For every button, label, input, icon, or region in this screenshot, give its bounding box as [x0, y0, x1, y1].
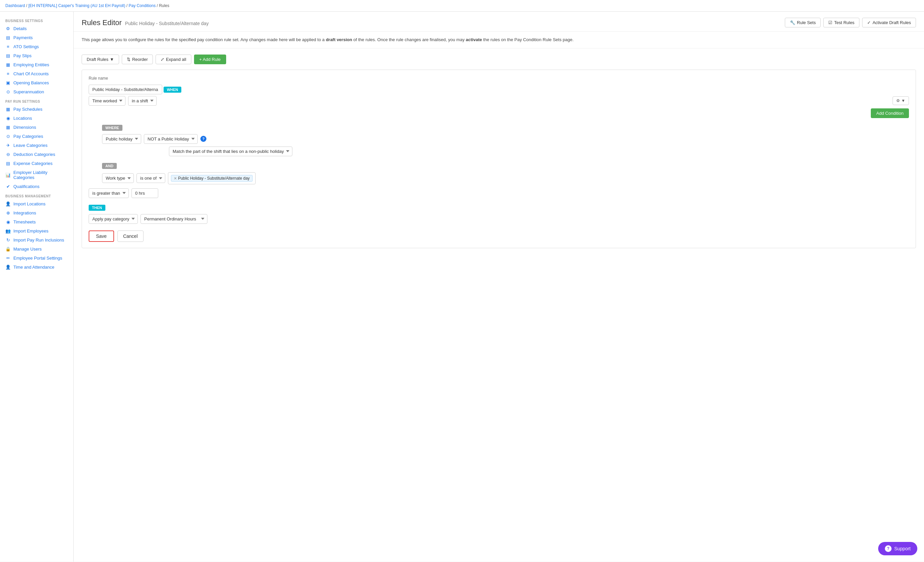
- sidebar-section-business-settings: BUSINESS SETTINGS: [0, 16, 73, 24]
- sidebar-item-opening-balances[interactable]: ▣Opening Balances: [0, 78, 73, 87]
- save-button[interactable]: Save: [88, 231, 114, 242]
- breadcrumb: Dashboard / [EH INTERNAL] Casper's Train…: [0, 0, 924, 12]
- info-text-bold2: activate: [466, 37, 482, 42]
- sidebar-item-dimensions[interactable]: ▦Dimensions: [0, 123, 73, 132]
- rule-card: Rule name WHEN Time worked in a shift ⚙ …: [82, 70, 916, 248]
- pay-slips-icon: ▤: [5, 53, 11, 58]
- add-rule-button[interactable]: + Add Rule: [194, 54, 226, 64]
- and-badge: AND: [102, 163, 117, 169]
- sidebar-item-integrations[interactable]: ⊕Integrations: [0, 208, 73, 217]
- page-title-area: Rules Editor Public Holiday - Substitute…: [82, 18, 209, 27]
- gear-icon: ⚙: [896, 98, 900, 103]
- sidebar-section-business-management: BUSINESS MANAGEMENT: [0, 191, 73, 199]
- deduction-categories-icon: ⊖: [5, 152, 11, 157]
- main-content: Rules Editor Public Holiday - Substitute…: [74, 12, 924, 562]
- info-bar: This page allows you to configure the ru…: [74, 32, 924, 48]
- test-rules-button[interactable]: ☑ Test Rules: [823, 18, 860, 27]
- info-text-bold1: draft version: [326, 37, 352, 42]
- test-rules-icon: ☑: [828, 20, 832, 25]
- where-left-select[interactable]: Public holiday: [102, 134, 141, 144]
- sidebar-item-leave-categories[interactable]: ✈Leave Categories: [0, 141, 73, 150]
- then-left-select[interactable]: Apply pay category: [88, 214, 138, 224]
- when-left-select[interactable]: Time worked: [88, 96, 126, 106]
- opening-balances-icon: ▣: [5, 80, 11, 85]
- sidebar-item-locations[interactable]: ◉Locations: [0, 114, 73, 123]
- sidebar-item-import-locations[interactable]: 👤Import Locations: [0, 199, 73, 208]
- support-label: Support: [894, 546, 910, 551]
- sidebar-item-ato-settings[interactable]: ≡ATO Settings: [0, 42, 73, 51]
- page-title: Rules Editor: [82, 18, 122, 27]
- draft-chevron-icon: ▼: [110, 57, 114, 62]
- and-operator-select[interactable]: is one of: [136, 173, 165, 183]
- draft-rules-button[interactable]: Draft Rules ▼: [82, 54, 119, 64]
- sidebar-item-import-employees[interactable]: 👥Import Employees: [0, 226, 73, 235]
- where-sub-select[interactable]: Match the part of the shift that lies on…: [169, 147, 292, 156]
- page-subtitle: Public Holiday - Substitute/Alternate da…: [125, 21, 209, 26]
- sidebar-item-time-attendance[interactable]: 👤Time and Attendance: [0, 262, 73, 272]
- dimensions-icon: ▦: [5, 125, 11, 130]
- sidebar-item-employer-liability[interactable]: 📊Employer Liability Categories: [0, 168, 73, 182]
- greater-than-select[interactable]: is greater than: [88, 188, 129, 198]
- pay-schedules-icon: ▦: [5, 107, 11, 112]
- support-button[interactable]: ? Support: [878, 542, 917, 555]
- reorder-button[interactable]: ⇅ Reorder: [122, 54, 153, 64]
- breadcrumb-rules: Rules: [159, 3, 169, 8]
- sidebar-item-deduction-categories[interactable]: ⊖Deduction Categories: [0, 150, 73, 159]
- sidebar-item-superannuation[interactable]: ⊙Superannuation: [0, 87, 73, 96]
- employing-entities-icon: ▦: [5, 62, 11, 67]
- add-condition-button[interactable]: Add Condition: [871, 108, 909, 118]
- reorder-icon: ⇅: [127, 57, 130, 62]
- and-condition-row: Work type is one of × Public Holiday - S…: [102, 172, 909, 184]
- details-icon: ⚙: [5, 26, 11, 31]
- leave-categories-icon: ✈: [5, 143, 11, 148]
- import-pay-run-icon: ↻: [5, 238, 11, 243]
- greater-than-row: is greater than: [88, 188, 909, 198]
- breadcrumb-company[interactable]: [EH INTERNAL] Casper's Training (AU 1st …: [28, 3, 126, 8]
- sidebar-item-qualifications[interactable]: ✔Qualifications: [0, 182, 73, 191]
- rule-sets-button[interactable]: 🔧 Rule Sets: [785, 18, 820, 27]
- sidebar-item-pay-categories[interactable]: ⊙Pay Categories: [0, 132, 73, 141]
- pay-categories-icon: ⊙: [5, 134, 11, 139]
- then-right-select[interactable]: Permanent Ordinary Hours: [141, 214, 207, 224]
- sidebar-section-pay-run-settings: PAY RUN SETTINGS: [0, 96, 73, 105]
- sidebar-item-pay-schedules[interactable]: ▦Pay Schedules: [0, 105, 73, 114]
- rule-name-input[interactable]: [88, 85, 162, 94]
- qualifications-icon: ✔: [5, 184, 11, 189]
- and-left-select[interactable]: Work type: [102, 173, 134, 183]
- sidebar-item-timesheets[interactable]: ◉Timesheets: [0, 217, 73, 226]
- ato-icon: ≡: [5, 44, 11, 49]
- tag-label: Public Holiday - Substitute/Alternate da…: [178, 176, 250, 181]
- help-icon[interactable]: ?: [200, 136, 206, 142]
- gear-button[interactable]: ⚙ ▼: [892, 96, 909, 105]
- greater-than-value-input[interactable]: [132, 188, 158, 198]
- bottom-actions: Save Cancel: [88, 231, 909, 242]
- where-right-select[interactable]: NOT a Public Holiday: [144, 134, 198, 144]
- superannuation-icon: ⊙: [5, 89, 11, 94]
- when-condition-row: Time worked in a shift ⚙ ▼: [88, 96, 909, 106]
- breadcrumb-pay-conditions[interactable]: Pay Conditions: [129, 3, 156, 8]
- page-header: Rules Editor Public Holiday - Substitute…: [74, 12, 924, 32]
- where-badge: WHERE: [102, 125, 123, 131]
- gear-chevron-icon: ▼: [901, 98, 905, 103]
- tag-remove-icon[interactable]: ×: [174, 176, 177, 181]
- sidebar-item-payments[interactable]: ▤Payments: [0, 33, 73, 42]
- info-text-part1: This page allows you to configure the ru…: [82, 37, 326, 42]
- info-text-part3: the rules on the Pay Condition Rule Sets…: [482, 37, 574, 42]
- expand-icon: ⤢: [160, 57, 164, 62]
- sidebar-item-chart-of-accounts[interactable]: ≡Chart Of Accounts: [0, 69, 73, 78]
- breadcrumb-dashboard[interactable]: Dashboard: [5, 3, 25, 8]
- when-right-select[interactable]: in a shift: [128, 96, 157, 106]
- sidebar-item-employing-entities[interactable]: ▦Employing Entities: [0, 60, 73, 69]
- cancel-button[interactable]: Cancel: [117, 231, 144, 242]
- sidebar-item-pay-slips[interactable]: ▤Pay Slips: [0, 51, 73, 60]
- header-buttons: 🔧 Rule Sets ☑ Test Rules ✓ Activate Draf…: [785, 18, 916, 27]
- sidebar-item-employee-portal[interactable]: ✏Employee Portal Settings: [0, 253, 73, 262]
- expense-categories-icon: ▤: [5, 161, 11, 166]
- expand-all-button[interactable]: ⤢ Expand all: [156, 54, 191, 64]
- sidebar-item-details[interactable]: ⚙Details: [0, 24, 73, 33]
- activate-draft-button[interactable]: ✓ Activate Draft Rules: [862, 18, 916, 27]
- sidebar-item-expense-categories[interactable]: ▤Expense Categories: [0, 159, 73, 168]
- and-tag-input[interactable]: × Public Holiday - Substitute/Alternate …: [168, 172, 256, 184]
- sidebar-item-import-pay-run[interactable]: ↻Import Pay Run Inclusions: [0, 235, 73, 244]
- sidebar-item-manage-users[interactable]: 🔒Manage Users: [0, 244, 73, 253]
